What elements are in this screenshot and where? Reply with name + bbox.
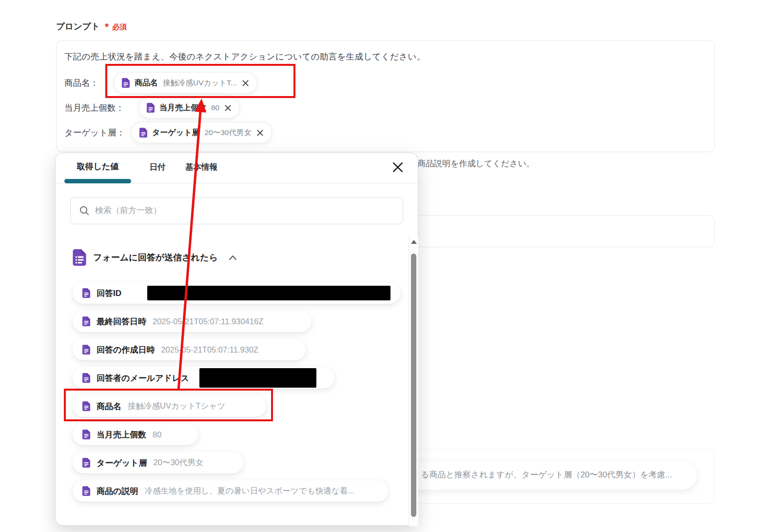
variable-doc-icon (122, 78, 130, 88)
chip-remove-icon[interactable] (242, 79, 249, 87)
redacted-value (199, 368, 316, 388)
variable-value: 冷感生地を使用し、夏の暑い日やスポーツでも快適な着... (144, 486, 354, 496)
variable-label: 当月売上個数 (97, 429, 146, 440)
variable-item-answer-created-at[interactable]: 回答の作成日時 2025-05-21T05:07:11.930Z (73, 339, 306, 360)
variable-value: 20〜30代男女 (154, 457, 204, 468)
variable-doc-icon (82, 486, 90, 496)
variable-item-monthly-sales[interactable]: 当月売上個数 80 (73, 424, 198, 445)
variable-label: 商品の説明 (97, 486, 138, 497)
popup-tabbar: 取得した値 日付 基本情報 (56, 153, 418, 183)
obscured-result-text: る商品と推察されますが、ターゲット層（20〜30代男女）を考慮... (421, 469, 672, 480)
variable-label: 最終回答日時 (97, 316, 146, 327)
variable-value: 2025-05-21T05:07:11.930Z (161, 345, 258, 355)
prompt-label-text: プロンプト (56, 21, 100, 31)
tab-date[interactable]: 日付 (141, 153, 174, 180)
active-tab-underline (64, 179, 131, 183)
redacted-value (147, 286, 390, 300)
variable-item-last-answered-at[interactable]: 最終回答日時 2025-05-21T05:07:11.930416Z (73, 311, 312, 332)
scrollbar-thumb[interactable] (411, 254, 416, 517)
variable-chip-target[interactable]: ターゲット層 20〜30代男女 (131, 122, 272, 143)
variable-value: 80 (153, 430, 161, 439)
variable-doc-icon (82, 316, 90, 326)
variable-chip-product-name[interactable]: 商品名 接触冷感UVカットT... (114, 72, 257, 94)
tab-retrieved-values[interactable]: 取得した値 (64, 153, 131, 180)
trigger-section-header[interactable]: フォームに回答が送信されたら (73, 249, 237, 266)
obscured-prompt-text: 商品説明を作成してください。 (417, 158, 535, 169)
search-field[interactable] (70, 197, 403, 224)
variable-doc-icon (82, 373, 90, 383)
variable-doc-icon (82, 458, 90, 468)
page: プロンプト＊必須 下記の売上状況を踏まえ、今後のネクストアクションについての助言… (0, 0, 780, 532)
close-icon[interactable] (391, 161, 404, 174)
trigger-section-title: フォームに回答が送信されたら (93, 252, 218, 263)
chevron-up-icon[interactable] (229, 255, 237, 260)
variable-label: 回答者のメールアドレス (97, 373, 189, 384)
variable-item-product-description[interactable]: 商品の説明 冷感生地を使用し、夏の暑い日やスポーツでも快適な着... (73, 480, 388, 502)
variable-label: 商品名 (97, 401, 121, 412)
variable-doc-icon (82, 345, 90, 355)
variable-doc-icon (82, 430, 90, 439)
chip-value: 接触冷感UVカットT... (163, 78, 237, 88)
search-input[interactable] (95, 206, 394, 216)
chip-value: 80 (211, 103, 219, 112)
variable-label: ターゲット層 (97, 457, 147, 469)
chip-remove-icon[interactable] (224, 104, 232, 112)
form-trigger-icon (73, 249, 86, 266)
prompt-intro-line: 下記の売上状況を踏まえ、今後のネクストアクションについての助言を生成してください… (64, 51, 425, 62)
variable-doc-icon (139, 128, 147, 138)
variable-item-target[interactable]: ターゲット層 20〜30代男女 (73, 452, 243, 473)
tab-basic-info[interactable]: 基本情報 (177, 153, 226, 180)
variable-label: 回答の作成日時 (97, 344, 155, 355)
variable-item-answer-id[interactable]: 回答ID (73, 282, 400, 304)
variable-item-product-name[interactable]: 商品名 接触冷感UVカットTシャツ (73, 395, 266, 417)
chip-value: 20〜30代男女 (205, 128, 252, 138)
variable-label: 回答ID (97, 288, 121, 299)
variable-item-respondent-email[interactable]: 回答者のメールアドレス (73, 367, 334, 389)
popup-scrollbar[interactable] (409, 236, 418, 526)
required-asterisk: ＊ (103, 21, 112, 31)
chip-name: 当月売上個数 (159, 103, 206, 113)
variable-chip-monthly-sales[interactable]: 当月売上個数 80 (138, 97, 240, 118)
chip-remove-icon[interactable] (256, 129, 264, 137)
prompt-field-label: プロンプト＊必須 (56, 20, 127, 32)
chip-name: 商品名 (135, 78, 158, 88)
search-icon (79, 206, 89, 216)
required-badge: 必須 (112, 22, 127, 31)
variable-picker-popup: 取得した値 日付 基本情報 フォームに回答が送信されたら 回答ID 最終回答日時… (55, 153, 418, 526)
variable-value: 2025-05-21T05:07:11.930416Z (153, 317, 263, 326)
scroll-up-icon[interactable] (411, 240, 417, 244)
variable-doc-icon (147, 103, 155, 113)
prompt-row-label-target: ターゲット層： (64, 127, 125, 138)
prompt-row-label-product-name: 商品名： (64, 77, 98, 89)
prompt-row-label-monthly-sales: 当月売上個数： (64, 102, 124, 114)
variable-doc-icon (82, 288, 90, 298)
variable-doc-icon (82, 401, 90, 411)
prompt-textarea[interactable]: 下記の売上状況を踏まえ、今後のネクストアクションについての助言を生成してください… (56, 40, 715, 152)
variable-value: 接触冷感UVカットTシャツ (128, 401, 225, 412)
chip-name: ターゲット層 (152, 128, 200, 138)
